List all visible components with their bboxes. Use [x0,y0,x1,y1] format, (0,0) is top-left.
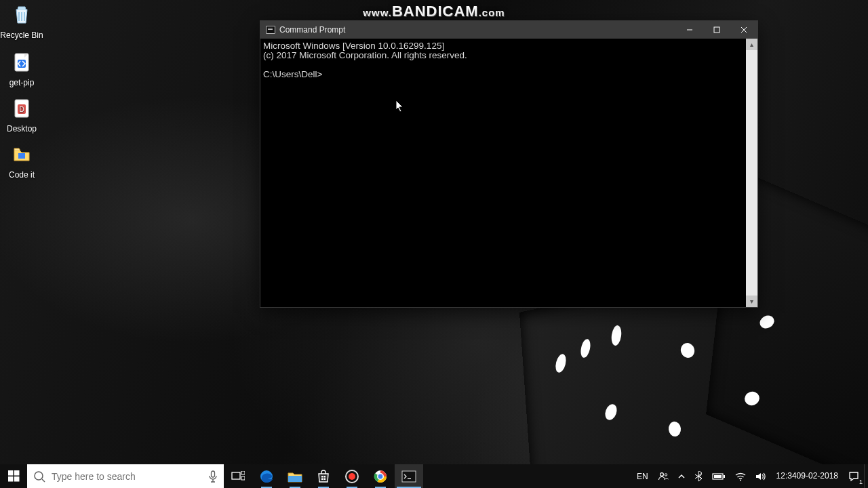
microsoft-store-icon [317,470,330,483]
svg-rect-9 [8,476,14,482]
tray-bluetooth[interactable] [690,464,707,488]
start-button[interactable] [0,464,27,488]
task-view-button[interactable] [224,464,252,488]
wifi-icon [735,472,746,481]
svg-rect-20 [321,478,323,480]
taskbar: EN 12:34 09-02-2018 [0,464,868,488]
maximize-button[interactable] [703,21,730,39]
battery-icon [712,472,726,481]
volume-icon [755,472,766,481]
terminal-client: Microsoft Windows [Version 10.0.16299.12… [260,39,757,307]
taskbar-app-chrome[interactable] [366,464,395,488]
svg-rect-14 [241,471,245,474]
svg-point-23 [349,473,355,480]
svg-rect-26 [402,471,416,482]
taskbar-app-edge[interactable] [252,464,281,488]
chevron-up-icon [678,473,685,480]
file-explorer-icon [288,470,302,483]
desktop-icon-label: Recycle Bin [0,30,47,40]
task-view-icon [231,471,245,482]
tray-language[interactable]: EN [632,464,653,488]
app-shortcut-icon: D [8,95,35,122]
search-icon [27,470,52,483]
desktop-icon-desktop[interactable]: D Desktop [0,95,47,134]
bandicam-watermark: www.BANDICAM.com [0,3,868,20]
scrollbar[interactable]: ▴ ▾ [746,39,757,307]
folder-shortcut-icon [8,141,35,168]
tray-time: 12:34 [776,472,797,481]
svg-rect-18 [321,476,323,478]
desktop-icon-label: Desktop [0,124,47,134]
recycle-bin-icon [8,1,35,28]
svg-rect-10 [14,476,20,482]
svg-point-28 [665,473,667,475]
svg-text:D: D [19,106,24,113]
tray-date: 09-02-2018 [797,472,838,481]
desktop-icon-label: Code it [0,170,47,180]
windows-logo-icon [8,470,20,482]
desktop[interactable]: www.BANDICAM.com Recycle Bin get-pip D D… [0,0,868,488]
search-input[interactable] [52,471,202,482]
taskbar-app-store[interactable] [309,464,338,488]
command-prompt-window[interactable]: Command Prompt Microsoft Windows [Versio… [260,20,758,308]
taskbar-app-bandicam[interactable] [338,464,366,488]
tray-people[interactable] [653,464,673,488]
svg-rect-17 [288,476,302,482]
svg-point-11 [35,472,43,480]
bluetooth-icon [694,471,703,482]
svg-rect-12 [212,471,215,477]
svg-rect-5 [18,153,25,159]
tray-battery[interactable] [707,464,730,488]
svg-point-32 [740,479,741,481]
window-title: Command Prompt [279,25,345,35]
svg-point-25 [378,473,383,479]
cmd-icon [266,26,275,34]
scroll-down-button[interactable]: ▾ [746,296,757,307]
microphone-icon[interactable] [202,470,224,483]
desktop-icon-code-it[interactable]: Code it [0,141,47,180]
svg-rect-6 [714,27,719,33]
vscode-file-icon [8,49,35,76]
scroll-track[interactable] [746,50,757,296]
taskbar-app-cmd[interactable] [395,464,423,488]
tray-action-center[interactable]: 1 [844,464,864,488]
desktop-icon-get-pip[interactable]: get-pip [0,49,47,87]
search-box[interactable] [27,464,224,488]
svg-rect-7 [8,470,14,476]
close-button[interactable] [730,21,757,39]
desktop-icon-label: get-pip [0,78,47,87]
svg-rect-19 [324,476,326,478]
tray-clock[interactable]: 12:34 09-02-2018 [771,464,844,488]
scroll-up-button[interactable]: ▴ [746,39,757,50]
taskbar-app-file-explorer[interactable] [281,464,309,488]
svg-point-27 [660,472,663,476]
notification-count: 1 [859,479,863,485]
svg-rect-15 [241,476,245,480]
svg-rect-31 [724,475,725,478]
tray-volume[interactable] [751,464,771,488]
taskbar-spacer [423,464,632,488]
edge-icon [259,469,274,484]
desktop-icon-recycle-bin[interactable]: Recycle Bin [0,1,47,40]
tray-wifi[interactable] [730,464,751,488]
system-tray: EN 12:34 09-02-2018 [632,464,868,488]
svg-rect-13 [232,472,240,479]
record-icon [344,469,359,484]
action-center-icon [848,471,859,482]
show-desktop-button[interactable] [864,464,868,488]
cmd-icon [401,470,416,483]
svg-rect-21 [324,478,326,480]
chrome-icon [373,469,388,484]
svg-rect-8 [14,470,20,476]
tray-overflow[interactable] [673,464,690,488]
people-icon [658,471,669,482]
titlebar[interactable]: Command Prompt [260,21,757,39]
terminal-output[interactable]: Microsoft Windows [Version 10.0.16299.12… [260,39,746,307]
minimize-button[interactable] [676,21,703,39]
svg-rect-30 [714,475,722,478]
